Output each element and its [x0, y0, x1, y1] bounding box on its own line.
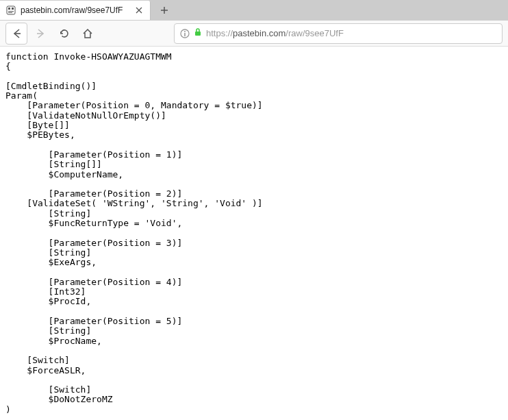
svg-rect-0 — [7, 6, 15, 14]
svg-rect-3 — [8, 11, 14, 12]
tab-title: pastebin.com/raw/9see7UfF — [21, 5, 129, 15]
home-button[interactable] — [78, 24, 97, 43]
close-icon — [136, 7, 142, 14]
url-text: https://pastebin.com/raw/9see7UfF — [206, 28, 344, 38]
browser-tab[interactable]: pastebin.com/raw/9see7UfF — [0, 1, 151, 20]
reload-button[interactable] — [55, 24, 74, 43]
info-icon[interactable] — [180, 29, 190, 38]
svg-rect-1 — [8, 8, 10, 10]
svg-rect-2 — [12, 8, 14, 10]
reload-icon — [59, 28, 70, 39]
tab-close-button[interactable] — [134, 5, 144, 16]
svg-rect-14 — [195, 32, 201, 36]
url-bar[interactable]: https://pastebin.com/raw/9see7UfF — [174, 23, 503, 44]
svg-rect-4 — [8, 12, 12, 13]
svg-point-12 — [184, 31, 186, 32]
toolbar: https://pastebin.com/raw/9see7UfF — [0, 21, 508, 47]
back-button[interactable] — [5, 23, 27, 45]
arrow-left-icon — [11, 28, 22, 39]
lock-icon[interactable] — [194, 28, 202, 38]
plus-icon — [160, 5, 169, 15]
forward-button — [31, 24, 51, 43]
pastebin-favicon-icon — [5, 5, 16, 16]
arrow-right-icon — [36, 28, 47, 39]
new-tab-button[interactable] — [155, 2, 174, 18]
home-icon — [82, 28, 93, 39]
tab-strip: pastebin.com/raw/9see7UfF — [0, 0, 508, 21]
page-content: function Invoke-HSOAWYAZUAGTMWM { [Cmdle… — [0, 47, 508, 420]
